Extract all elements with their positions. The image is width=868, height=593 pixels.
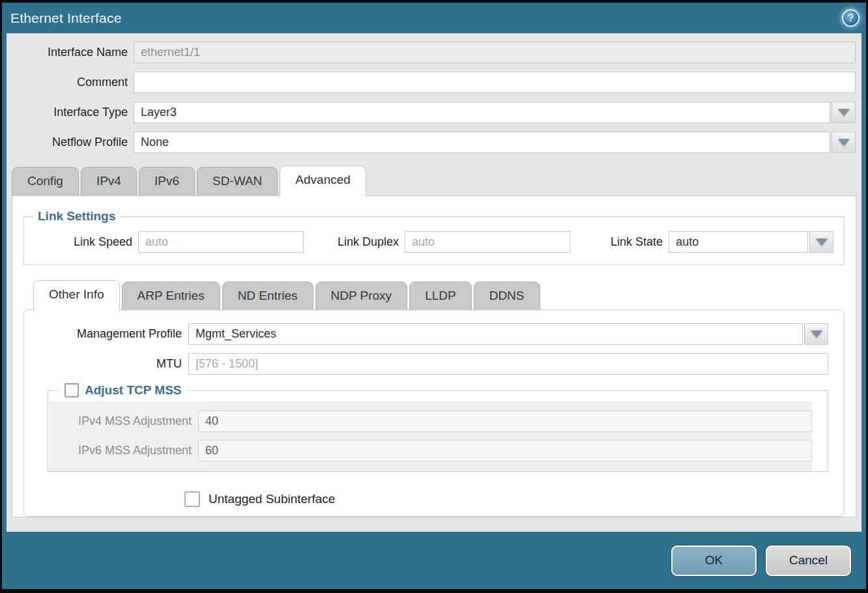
advanced-tab-panel: Link Settings Link Speed Link Duplex Lin… xyxy=(12,195,856,517)
management-profile-row: Management Profile xyxy=(40,323,828,345)
comment-row: Comment xyxy=(12,72,856,93)
netflow-profile-label: Netflow Profile xyxy=(12,136,134,149)
chevron-down-icon xyxy=(816,239,828,246)
interface-name-field xyxy=(134,42,856,63)
interface-name-label: Interface Name xyxy=(12,46,134,59)
link-settings-row: Link Speed Link Duplex Link State xyxy=(24,231,836,253)
mtu-field[interactable] xyxy=(188,353,828,375)
main-tabstrip: Config IPv4 IPv6 SD-WAN Advanced xyxy=(7,162,861,195)
tab-config[interactable]: Config xyxy=(12,167,79,195)
cancel-button[interactable]: Cancel xyxy=(766,545,851,576)
ipv6-mss-field xyxy=(198,440,812,461)
ipv6-mss-label: IPv6 MSS Adjustment xyxy=(50,444,198,457)
tab-ipv4[interactable]: IPv4 xyxy=(81,167,137,195)
netflow-profile-combo xyxy=(134,132,856,153)
interface-type-field[interactable] xyxy=(134,102,830,123)
adjust-tcp-mss-checkbox[interactable] xyxy=(65,383,79,398)
tab-sdwan[interactable]: SD-WAN xyxy=(197,167,278,195)
link-duplex-field[interactable] xyxy=(405,231,570,253)
link-state-label: Link State xyxy=(611,235,669,249)
dialog-footer: OK Cancel xyxy=(2,532,866,589)
dialog-content: Interface Name Comment Interface Type Ne… xyxy=(7,33,861,532)
link-state-dropdown-button[interactable] xyxy=(809,231,833,253)
titlebar: Ethernet Interface ? xyxy=(2,3,866,33)
untagged-subinterface-label: Untagged Subinterface xyxy=(209,492,335,506)
mtu-row: MTU xyxy=(40,353,828,375)
top-form: Interface Name Comment Interface Type Ne… xyxy=(7,33,861,162)
other-info-panel: Management Profile MTU xyxy=(23,310,845,517)
ipv6-mss-row: IPv6 MSS Adjustment xyxy=(50,440,812,461)
chevron-down-icon xyxy=(811,330,822,338)
tab-lldp[interactable]: LLDP xyxy=(409,282,472,310)
chevron-down-icon xyxy=(838,139,850,146)
link-speed-field[interactable] xyxy=(138,231,304,253)
management-profile-combo xyxy=(188,323,828,345)
mss-disabled-area: IPv4 MSS Adjustment IPv6 MSS Adjustment xyxy=(50,401,812,471)
tab-advanced[interactable]: Advanced xyxy=(280,166,366,196)
tab-ndp-proxy[interactable]: NDP Proxy xyxy=(315,282,408,310)
comment-label: Comment xyxy=(12,76,134,89)
ipv4-mss-label: IPv4 MSS Adjustment xyxy=(50,414,198,428)
dialog-title: Ethernet Interface xyxy=(10,10,122,26)
adjust-tcp-mss-legend: Adjust TCP MSS xyxy=(59,383,186,398)
interface-type-combo xyxy=(134,102,856,123)
management-profile-dropdown-button[interactable] xyxy=(804,323,828,345)
link-settings-legend: Link Settings xyxy=(33,209,120,224)
link-state-field[interactable] xyxy=(669,231,808,253)
inner-tabstrip: Other Info ARP Entries ND Entries NDP Pr… xyxy=(22,276,846,310)
management-profile-field[interactable] xyxy=(188,323,803,345)
interface-name-row: Interface Name xyxy=(12,42,856,63)
untagged-subinterface-checkbox[interactable] xyxy=(184,491,200,507)
mtu-label: MTU xyxy=(40,357,188,371)
interface-type-dropdown-button[interactable] xyxy=(832,102,856,123)
ok-button[interactable]: OK xyxy=(671,545,757,576)
comment-field[interactable] xyxy=(134,72,856,93)
management-profile-label: Management Profile xyxy=(40,327,188,341)
netflow-profile-dropdown-button[interactable] xyxy=(832,132,856,153)
link-state-combo xyxy=(669,231,833,253)
help-icon[interactable]: ? xyxy=(842,9,860,27)
netflow-profile-row: Netflow Profile xyxy=(12,132,856,153)
tab-ipv6[interactable]: IPv6 xyxy=(139,167,195,195)
adjust-tcp-mss-fieldset: Adjust TCP MSS IPv4 MSS Adjustment IPv6 … xyxy=(48,383,828,472)
tab-ddns[interactable]: DDNS xyxy=(474,282,540,310)
ipv4-mss-field xyxy=(198,411,812,432)
netflow-profile-field[interactable] xyxy=(134,132,830,153)
adjust-tcp-mss-label: Adjust TCP MSS xyxy=(85,383,182,398)
link-speed-label: Link Speed xyxy=(24,235,138,249)
link-duplex-label: Link Duplex xyxy=(338,235,405,249)
untagged-subinterface-row: Untagged Subinterface xyxy=(184,491,828,507)
tab-arp-entries[interactable]: ARP Entries xyxy=(122,282,220,310)
ipv4-mss-row: IPv4 MSS Adjustment xyxy=(50,411,812,432)
tab-other-info[interactable]: Other Info xyxy=(33,280,120,311)
tab-nd-entries[interactable]: ND Entries xyxy=(222,282,313,310)
ethernet-interface-dialog: Ethernet Interface ? Interface Name Comm… xyxy=(2,3,866,589)
interface-type-row: Interface Type xyxy=(12,102,856,123)
chevron-down-icon xyxy=(838,109,850,116)
link-settings-fieldset: Link Settings Link Speed Link Duplex Lin… xyxy=(23,209,845,265)
interface-type-label: Interface Type xyxy=(12,106,134,119)
